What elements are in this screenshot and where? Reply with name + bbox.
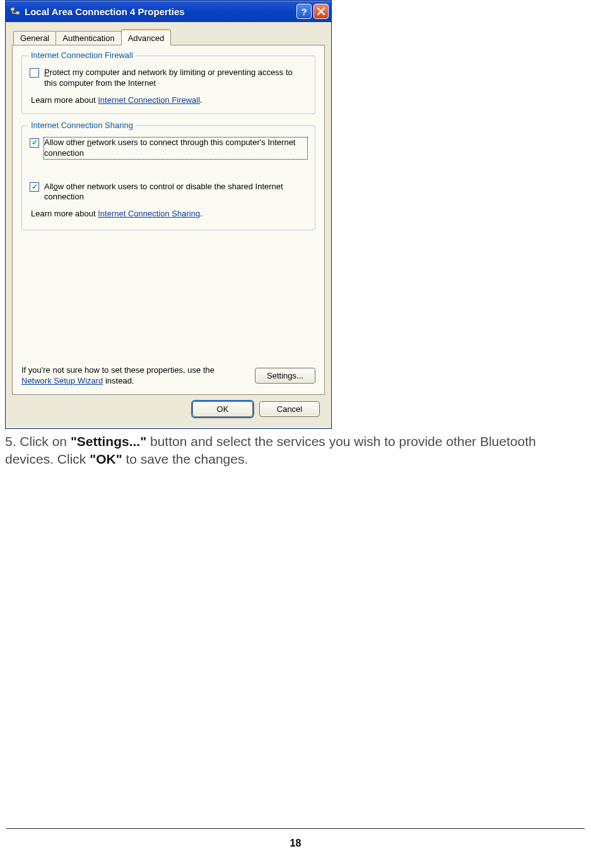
checkbox-protect[interactable] (30, 68, 39, 78)
group-sharing: Internet Connection Sharing Allow other … (21, 126, 315, 231)
close-icon (317, 7, 325, 16)
ok-button[interactable]: OK (192, 401, 253, 417)
checkbox-row-allow-connect: Allow other network users to connect thr… (30, 138, 307, 159)
tab-advanced[interactable]: Advanced (121, 29, 172, 45)
tab-general[interactable]: General (13, 31, 56, 45)
link-firewall[interactable]: Internet Connection Firewall (98, 95, 200, 105)
bottom-help-text: If you're not sure how to set these prop… (21, 365, 217, 387)
checkbox-allow-connect-label[interactable]: Allow other network users to connect thr… (44, 138, 307, 159)
titlebar[interactable]: Local Area Connection 4 Properties ? (6, 1, 331, 22)
instruction-step-5: 5. Click on "Settings..." button and sel… (5, 433, 576, 469)
tab-panel-advanced: Internet Connection Firewall Protect my … (12, 45, 325, 395)
group-sharing-legend: Internet Connection Sharing (28, 120, 136, 130)
group-firewall: Internet Connection Firewall Protect my … (21, 56, 315, 114)
checkbox-allow-control-label[interactable]: Allow other network users to control or … (44, 182, 307, 203)
bold-settings: "Settings..." (71, 434, 146, 449)
checkbox-row-protect: Protect my computer and network by limit… (30, 67, 307, 89)
cancel-button[interactable]: Cancel (259, 401, 320, 417)
close-button[interactable] (313, 4, 329, 19)
link-sharing[interactable]: Internet Connection Sharing (98, 209, 200, 218)
checkbox-protect-label[interactable]: Protect my computer and network by limit… (44, 67, 307, 89)
group-firewall-legend: Internet Connection Firewall (28, 50, 136, 60)
svg-rect-0 (11, 8, 15, 11)
page-rule (6, 828, 585, 829)
properties-dialog: Local Area Connection 4 Properties ? Gen… (5, 0, 332, 429)
ok-cancel-row: OK Cancel (12, 395, 325, 425)
checkbox-allow-connect[interactable] (30, 138, 39, 148)
learn-firewall: Learn more about Internet Connection Fir… (30, 95, 307, 105)
window-title: Local Area Connection 4 Properties (25, 6, 295, 17)
checkbox-allow-control[interactable] (30, 182, 39, 192)
tab-strip: General Authentication Advanced (12, 30, 325, 45)
checkbox-row-allow-control: Allow other network users to control or … (30, 182, 307, 203)
tab-authentication[interactable]: Authentication (56, 31, 121, 45)
help-button[interactable]: ? (296, 4, 312, 19)
dialog-body: General Authentication Advanced Internet… (6, 22, 331, 428)
step-number: 5. (5, 434, 20, 449)
bold-ok: "OK" (90, 452, 122, 466)
learn-sharing: Learn more about Internet Connection Sha… (30, 209, 307, 218)
connection-icon (9, 6, 21, 17)
settings-button[interactable]: Settings... (255, 368, 315, 384)
bottom-help-row: If you're not sure how to set these prop… (21, 365, 315, 387)
page-number: 18 (0, 838, 591, 849)
link-network-setup-wizard[interactable]: Network Setup Wizard (21, 376, 103, 385)
